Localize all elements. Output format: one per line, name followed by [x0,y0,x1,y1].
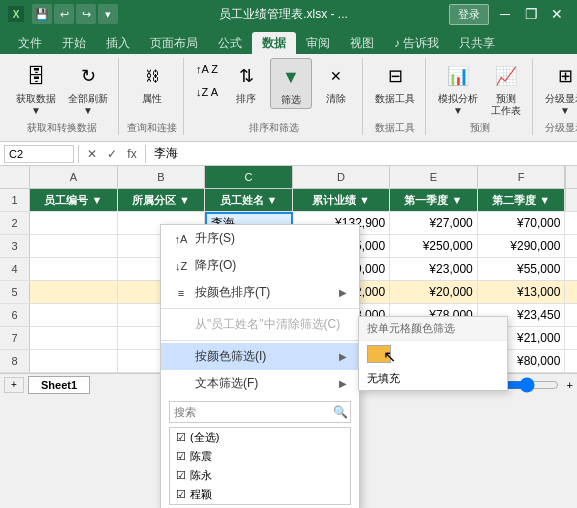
row-num-2[interactable]: 2 [0,212,30,234]
row-num-3[interactable]: 3 [0,235,30,257]
checkbox-chenying[interactable]: ☑ 程颖 [170,485,350,504]
header-cell-e[interactable]: 第一季度 ▼ [390,189,478,211]
login-button[interactable]: 登录 [449,4,489,25]
cell-reference[interactable]: C2 [4,145,74,163]
clear-filter-menu-item[interactable]: 从"员工姓名"中清除筛选(C) [161,311,359,338]
cell-f4[interactable]: ¥55,000 [478,258,566,280]
forecast-button[interactable]: 📈 预测工作表 [486,58,526,119]
col-header-b[interactable]: B [118,166,206,188]
clear-button[interactable]: ✕ 清除 [316,58,356,107]
tab-home[interactable]: 开始 [52,32,96,54]
cell-a4[interactable] [30,258,118,280]
row-num-5[interactable]: 5 [0,281,30,303]
color-swatch-orange[interactable] [367,345,391,363]
cell-a2[interactable] [30,212,118,234]
redo-btn[interactable]: ↪ [76,4,96,24]
sort-desc-menu-item[interactable]: ↓Z 降序(O) [161,252,359,279]
sort-desc-icon: ↓Z A [195,82,219,102]
formula-divider2 [145,145,146,163]
row-num-6[interactable]: 6 [0,304,30,326]
col-header-e[interactable]: E [390,166,478,188]
sort-asc-menu-label: 升序(S) [195,230,235,247]
cell-a8[interactable] [30,350,118,372]
color-swatch-item[interactable] [359,341,507,367]
checkbox-chenchen[interactable]: ☑ 陈震 [170,447,350,466]
checkbox-chenyong-label: 陈永 [190,468,212,483]
row-num-7[interactable]: 7 [0,327,30,349]
cell-a7[interactable] [30,327,118,349]
tab-review[interactable]: 审阅 [296,32,340,54]
search-icon[interactable]: 🔍 [330,405,350,419]
group-label-tools: 数据工具 [375,121,415,135]
header-cell-c[interactable]: 员工姓名 ▼ [205,189,293,211]
get-data-button[interactable]: 🗄 获取数据▼ [12,58,60,119]
checkbox-all[interactable]: ☑ (全选) [170,428,350,447]
connections-button[interactable]: ⛓ 属性 [132,58,172,107]
sort-asc-menu-icon: ↑A [173,233,189,245]
tab-file[interactable]: 文件 [8,32,52,54]
function-icon[interactable]: fx [123,145,141,163]
filter-dropdown: ↑A 升序(S) ↓Z 降序(O) ≡ 按颜色排序(T) ▶ 从"员工姓名"中清… [160,224,360,508]
row-num-1[interactable]: 1 [0,189,30,211]
cell-a6[interactable] [30,304,118,326]
cell-e2[interactable]: ¥27,000 [390,212,478,234]
add-sheet-button[interactable]: + [4,377,24,393]
zoom-plus[interactable]: + [567,379,573,391]
refresh-all-button[interactable]: ↻ 全部刷新▼ [64,58,112,119]
filter-button[interactable]: ▼ 筛选 [270,58,312,109]
col-header-d[interactable]: D [293,166,390,188]
col-header-f[interactable]: F [478,166,566,188]
cell-f3[interactable]: ¥290,000 [478,235,566,257]
tab-view[interactable]: 视图 [340,32,384,54]
sort-asc-button[interactable]: ↑A Z [192,58,222,80]
checkbox-chenyong[interactable]: ☑ 陈永 [170,466,350,485]
cell-f2[interactable]: ¥70,000 [478,212,566,234]
save-btn[interactable]: 💾 [32,4,52,24]
tab-data[interactable]: 数据 [252,32,296,54]
column-headers: A B C D E F [0,166,577,189]
formula-input[interactable] [150,147,573,161]
tab-help[interactable]: ♪ 告诉我 [384,32,449,54]
sort-color-menu-item[interactable]: ≡ 按颜色排序(T) ▶ [161,279,359,306]
cell-f5[interactable]: ¥13,000 [478,281,566,303]
header-cell-b[interactable]: 所属分区 ▼ [118,189,206,211]
row-num-4[interactable]: 4 [0,258,30,280]
data-tools-button[interactable]: ⊟ 数据工具 [371,58,419,107]
filter-text-menu-item[interactable]: 文本筛选(F) ▶ [161,370,359,397]
connections-icon: ⛓ [136,60,168,92]
tab-formula[interactable]: 公式 [208,32,252,54]
undo-btn[interactable]: ↩ [54,4,74,24]
cell-e3[interactable]: ¥250,000 [390,235,478,257]
filter-color-menu-item[interactable]: 按颜色筛选(I) ▶ [161,343,359,370]
confirm-icon[interactable]: ✓ [103,145,121,163]
more-btn[interactable]: ▾ [98,4,118,24]
tab-layout[interactable]: 页面布局 [140,32,208,54]
outline-button[interactable]: ⊞ 分级显示▼ [541,58,577,119]
cancel-icon[interactable]: ✕ [83,145,101,163]
cell-e5[interactable]: ¥20,000 [390,281,478,303]
tab-insert[interactable]: 插入 [96,32,140,54]
cell-a5[interactable] [30,281,118,303]
col-header-a[interactable]: A [30,166,118,188]
cell-a3[interactable] [30,235,118,257]
header-cell-d[interactable]: 累计业绩 ▼ [293,189,390,211]
header-cell-a[interactable]: 员工编号 ▼ [30,189,118,211]
filter-search-input[interactable] [170,406,330,418]
group-query: ⛓ 属性 查询和连接 [121,58,184,135]
tab-share[interactable]: 只共享 [449,32,505,54]
minimize-button[interactable]: ─ [493,4,517,24]
analysis-button[interactable]: 📊 模拟分析▼ [434,58,482,119]
sort-button[interactable]: ⇅ 排序 [226,58,266,107]
sheet-tabs: Sheet1 [28,376,90,394]
row-num-8[interactable]: 8 [0,350,30,372]
no-fill-option[interactable]: 无填充 [359,367,507,390]
close-button[interactable]: ✕ [545,4,569,24]
sheet-tab-1[interactable]: Sheet1 [28,376,90,394]
outline-buttons: ⊞ 分级显示▼ [541,58,577,119]
restore-button[interactable]: ❐ [519,4,543,24]
cell-e4[interactable]: ¥23,000 [390,258,478,280]
col-header-c[interactable]: C [205,166,293,188]
sort-asc-menu-item[interactable]: ↑A 升序(S) [161,225,359,252]
header-cell-f[interactable]: 第二季度 ▼ [478,189,566,211]
sort-desc-button[interactable]: ↓Z A [192,81,222,103]
